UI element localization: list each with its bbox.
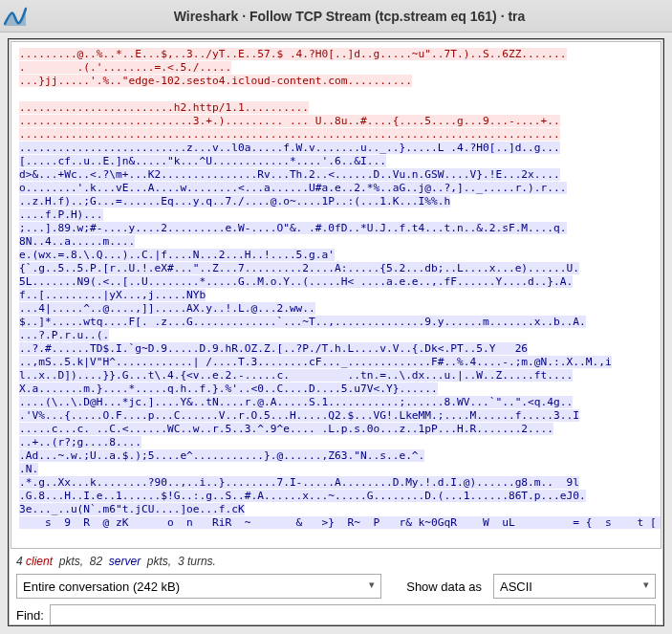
- find-input[interactable]: [50, 604, 656, 625]
- server-stream-line: ;...].89.w;#-....y....2.........e.W-....…: [19, 222, 567, 234]
- client-stream-line: ........................h2.http/1.1.....…: [19, 101, 309, 114]
- showdata-label: Show data as: [406, 579, 482, 594]
- client-stream-line: . .(.'........=.<.5./.....: [19, 61, 231, 74]
- server-stream-line: ..,mS..5.k|V"H^............| /....T.3...…: [19, 356, 612, 368]
- server-stream-line: ...?.P.r.u..(.: [19, 329, 109, 341]
- server-stream-line: .....c...c. ..C.<......WC..w..r.5..3.^.9…: [19, 423, 553, 435]
- server-stream-line: ..z.H.f)..;G...=......Eq...y.q..7./....@…: [19, 195, 450, 208]
- server-stream-line: 5L.......N9(.<..[..U........*.....G..M.o…: [19, 275, 573, 288]
- window-title: Wireshark · Follow TCP Stream (tcp.strea…: [33, 9, 666, 24]
- encoding-select-value: ASCII: [500, 579, 532, 594]
- server-stream-line: ...4|.....^..@....,]].....AX.y..!.L.@...…: [19, 302, 315, 315]
- server-stream-line: $..]*.....wtq....F[. .z...G.............…: [19, 316, 586, 328]
- conversation-select-value: Entire conversation (242 kB): [23, 579, 180, 594]
- server-stream-line: s 9 R @ zK o n RiR ~ & >} R~ P r& k~0GqR…: [19, 516, 661, 529]
- controls-row: Entire conversation (242 kB) Show data a…: [9, 570, 663, 602]
- server-stream-line: f..[.........|yX...,j.....NYb: [19, 289, 206, 301]
- client-stream-line: ...}jj.....'.%.."edge-102.sesto4.icloud-…: [19, 75, 412, 87]
- server-stream-line: [.....cf..u..E.]n&....."k...^U..........…: [19, 155, 386, 167]
- server-stream-line: 8N..4..a.....m....: [19, 235, 135, 248]
- titlebar: Wireshark · Follow TCP Stream (tcp.strea…: [0, 0, 672, 33]
- server-stream-line: ....f.P.H)...: [19, 208, 103, 221]
- server-stream-line: .*.g..Xx...k........?90..,..i..}........…: [19, 476, 579, 489]
- server-stream-line: .Ad...~.w.;U..a.$.);5....e^...........}.…: [19, 449, 424, 462]
- server-stream-line: 3e..._..u(N`.m6"t.jCU....]oe...f.cK: [19, 503, 245, 515]
- client-stream-line: ...........................3.+.)........…: [19, 115, 560, 127]
- server-stream-line: d>&...+Wc..<.?\m+...K2...............Rv.…: [19, 168, 560, 181]
- find-label: Find:: [16, 608, 44, 623]
- server-stream-line: .'V%...{.....O.F....p...C......V..r.O.5.…: [19, 409, 579, 422]
- server-stream-line: {`.g..5..5.P.[r..U.!.eX#..."..Z...7.....…: [19, 262, 579, 274]
- server-stream-line: .G.8...H..I.e..1......$!G..:.g..S..#.A..…: [19, 490, 586, 502]
- find-row: Find:: [9, 602, 663, 625]
- server-stream-line: .N.: [19, 463, 38, 475]
- server-stream-line: ..........................z...v..l0a....…: [19, 142, 560, 154]
- conversation-select[interactable]: Entire conversation (242 kB): [16, 574, 381, 599]
- server-stream-line: l..x..D])....}}.G...t\.4.{<v..e.2.-.....…: [19, 369, 573, 382]
- client-stream-line: ........................................…: [19, 128, 560, 141]
- client-stream-line: .........@..%..*..E...$,..3../yT..E..57.…: [19, 48, 567, 60]
- server-stream-line: ....(\..\.D@H...*jc.]....Y&..tN....r.@.A…: [19, 396, 573, 408]
- encoding-select[interactable]: ASCII: [493, 574, 656, 599]
- tcp-stream-text[interactable]: .........@..%..*..E...$,..3../yT..E..57.…: [11, 41, 661, 549]
- server-stream-line: ..+..(r?;g....8....: [19, 436, 141, 448]
- wireshark-icon: [4, 5, 27, 28]
- main-panel: .........@..%..*..E...$,..3../yT..E..57.…: [8, 38, 664, 626]
- packet-summary: 4 client pkts, 82 server pkts, 3 turns.: [9, 551, 663, 570]
- server-stream-line: e.(wx.=.8.\.Q...)..C.|f....N...2...H..!.…: [19, 249, 335, 261]
- server-stream-line: o........'.k...vE...A....w........<...a.…: [19, 182, 567, 194]
- server-stream-line: X.a.......m.}....*.....q.h..f.}.%'..<0..…: [19, 383, 438, 395]
- server-stream-line: ..?.#......TD$.I.`g~D.9.....D.9.hR.OZ.Z.…: [19, 342, 528, 355]
